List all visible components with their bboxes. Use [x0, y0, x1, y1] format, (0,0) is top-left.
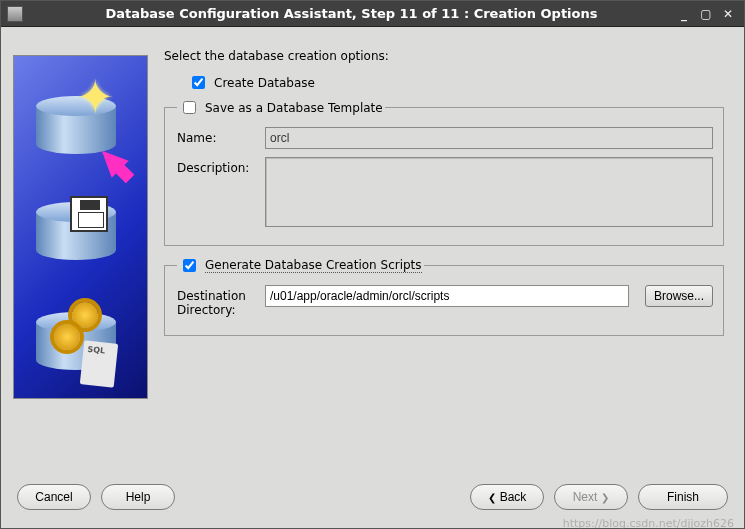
window-controls: _ ▢ ✕ [674, 6, 738, 22]
window-title: Database Configuration Assistant, Step 1… [29, 6, 674, 21]
generate-scripts-label: Generate Database Creation Scripts [205, 258, 422, 273]
save-template-label: Save as a Database Template [205, 101, 383, 115]
sidebar [13, 35, 158, 474]
minimize-icon[interactable]: _ [674, 6, 694, 22]
template-desc-input [265, 157, 713, 227]
back-button[interactable]: ❮Back [470, 484, 544, 510]
main-area: Select the database creation options: Cr… [1, 27, 744, 474]
cancel-button[interactable]: Cancel [17, 484, 91, 510]
chevron-left-icon: ❮ [488, 492, 496, 503]
create-database-checkbox[interactable] [192, 76, 205, 89]
app-icon [7, 6, 23, 22]
content-area: Select the database creation options: Cr… [1, 27, 744, 528]
generate-scripts-checkbox[interactable] [183, 259, 196, 272]
save-template-checkbox[interactable] [183, 101, 196, 114]
template-name-input [265, 127, 713, 149]
template-desc-label: Description: [177, 157, 255, 175]
create-database-label: Create Database [214, 76, 315, 90]
close-icon[interactable]: ✕ [718, 6, 738, 22]
dest-dir-input[interactable] [265, 285, 629, 307]
wizard-graphic [13, 55, 148, 399]
browse-button[interactable]: Browse... [645, 285, 713, 307]
gear-icon [54, 324, 80, 350]
template-name-label: Name: [177, 127, 255, 145]
save-template-group: Save as a Database Template Name: Descri… [164, 98, 724, 246]
sql-script-icon [80, 340, 118, 387]
generate-scripts-group: Generate Database Creation Scripts Desti… [164, 256, 724, 336]
help-button[interactable]: Help [101, 484, 175, 510]
finish-button[interactable]: Finish [638, 484, 728, 510]
gear-icon [72, 302, 98, 328]
titlebar: Database Configuration Assistant, Step 1… [1, 1, 744, 27]
generate-scripts-option[interactable]: Generate Database Creation Scripts [179, 256, 422, 275]
wizard-footer: Cancel Help ❮Back Next❯ Finish [1, 474, 744, 528]
page-heading: Select the database creation options: [164, 49, 724, 63]
options-pane: Select the database creation options: Cr… [164, 35, 732, 474]
floppy-icon [70, 196, 108, 232]
maximize-icon[interactable]: ▢ [696, 6, 716, 22]
dest-dir-label: Destination Directory: [177, 285, 255, 317]
star-icon [76, 80, 126, 130]
create-database-option[interactable]: Create Database [188, 73, 724, 92]
window-root: Database Configuration Assistant, Step 1… [0, 0, 745, 529]
chevron-right-icon: ❯ [601, 492, 609, 503]
save-template-option[interactable]: Save as a Database Template [179, 98, 383, 117]
next-button: Next❯ [554, 484, 628, 510]
